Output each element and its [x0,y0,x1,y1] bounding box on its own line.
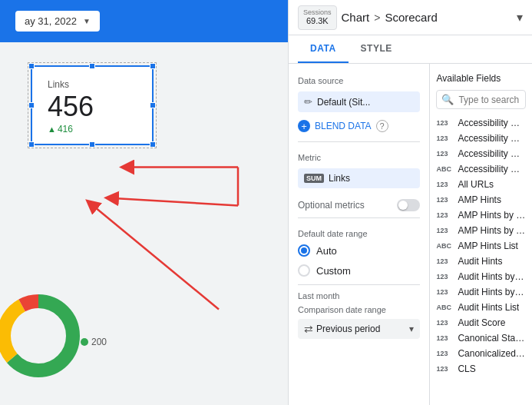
field-item[interactable]: 123Accessibility Hints [436,115,526,131]
comparison-chevron-icon: ▾ [409,324,414,334]
field-name: AMP Hints by Type [458,225,526,236]
breadcrumb: Sessions 69.3K Chart > Scorecard [298,5,438,30]
chevron-down-icon[interactable]: ▾ [517,10,523,25]
available-fields-panel: Available Fields 🔍 123Accessibility Hint… [430,64,532,405]
field-item[interactable]: 123Canonical Status [436,330,526,346]
date-range-section: Default date range Auto Custom [298,229,420,277]
data-source-label: Data source [298,76,420,85]
resize-handle-tm[interactable] [89,63,95,69]
resize-handle-bl[interactable] [28,141,35,148]
sessions-badge: Sessions 69.3K [298,5,337,30]
scorecard-widget[interactable]: Links 456 ▲ 416 [31,65,154,145]
optional-metrics-label: Optional metrics [298,200,365,211]
field-item[interactable]: 123Audit Score [436,315,526,330]
date-range-label: Default date range [298,229,420,238]
radio-auto[interactable]: Auto [298,244,420,257]
metric-label: Metric [298,153,420,162]
date-dropdown[interactable]: ay 31, 2022 ▼ [15,11,100,32]
breadcrumb-separator: > [374,12,380,24]
field-name: Accessibility Hints by ... [458,148,526,159]
metric-chip[interactable]: SUM Links [298,168,420,188]
comparison-sub-label: Comparison date range [298,305,420,314]
toggle-knob [398,201,408,210]
resize-handle-bm[interactable] [89,141,95,148]
metric-type: SUM [304,174,324,183]
field-item[interactable]: ABCAMP Hints List [436,238,526,254]
field-name: Canonicalized Sitema... [458,348,526,359]
field-item[interactable]: 123AMP Hints [436,192,526,207]
optional-metrics-row: Optional metrics [298,199,420,211]
widget-value: 456 [48,93,137,121]
resize-handle-br[interactable] [150,141,156,148]
data-source-item[interactable]: ✏ Default (Sit... [298,91,420,112]
help-icon[interactable]: ? [376,120,388,132]
field-name: Audit Hints by Import... [458,271,526,282]
field-item[interactable]: 123Accessibility Hints by ... [436,146,526,161]
svg-line-8 [88,202,219,310]
field-item[interactable]: 123Canonicalized Sitema... [436,346,526,361]
donut-chart [0,290,84,382]
field-item[interactable]: 123All URLs [436,177,526,192]
field-name: Accessibility Hints by ... [458,133,526,144]
field-item[interactable]: 123AMP Hints by Importa... [436,207,526,223]
field-type: 123 [436,227,453,234]
resize-handle-ml[interactable] [28,102,35,108]
radio-auto-dot [301,247,307,254]
config-panel: Data source ✏ Default (Sit... + BLEND DA… [289,64,430,405]
scorecard-label: Scorecard [385,11,437,24]
field-item[interactable]: 123Audit Hints by Type [436,284,526,300]
up-arrow-icon: ▲ [48,124,56,134]
field-name: Canonical Status [458,333,526,344]
field-type: 123 [436,319,453,327]
radio-custom-circle [298,264,310,277]
field-type: 123 [436,119,453,127]
comparison-select[interactable]: ⇄ Previous period ▾ [298,319,420,339]
field-type: 123 [436,273,453,281]
field-type: ABC [436,242,453,250]
tab-data[interactable]: DATA [298,35,349,63]
tab-style[interactable]: STYLE [349,35,405,63]
comparison-value: 416 [58,124,73,134]
field-type: 123 [436,196,453,204]
field-name: Accessibility Hints [458,118,526,128]
available-fields-title: Available Fields [436,73,526,84]
field-name: Accessibility Hints List [458,164,526,174]
search-icon: 🔍 [441,94,454,105]
field-name: Audit Score [458,317,505,328]
field-item[interactable]: 123CLS [436,361,526,377]
field-item[interactable]: 123Accessibility Hints by ... [436,131,526,146]
blend-data-button[interactable]: + BLEND DATA ? [298,117,420,135]
resize-handle-mr[interactable] [150,102,156,108]
field-type: ABC [436,304,453,311]
field-name: AMP Hints List [458,241,517,251]
panel-body: Data source ✏ Default (Sit... + BLEND DA… [289,64,532,405]
search-input[interactable] [458,95,520,105]
field-type: 123 [436,150,453,158]
radio-auto-label: Auto [316,245,337,257]
field-item[interactable]: 123AMP Hints by Type [436,223,526,238]
field-type: 123 [436,288,453,296]
field-name: Audit Hints List [458,302,519,313]
field-item[interactable]: ABCAccessibility Hints List [436,161,526,177]
resize-handle-tl[interactable] [28,63,35,69]
data-source-name: Default (Sit... [317,97,414,108]
right-panel: Sessions 69.3K Chart > Scorecard ▾ DATA … [288,0,532,405]
canvas-area: Links 456 ▲ 416 200 [0,42,288,405]
radio-custom-label: Custom [316,265,351,277]
optional-metrics-toggle[interactable] [397,199,420,211]
sessions-value: 69.3K [303,16,332,26]
radio-custom[interactable]: Custom [298,264,420,277]
field-type: 123 [436,181,453,188]
field-item[interactable]: 123Audit Hints [436,254,526,269]
comparison-section: Last month Comparison date range ⇄ Previ… [298,291,420,339]
field-type: 123 [436,334,453,342]
field-name: Audit Hints by Type [458,287,526,297]
field-type: 123 [436,134,453,142]
search-field[interactable]: 🔍 [436,90,526,109]
blend-plus-icon: + [298,120,310,132]
resize-handle-tr[interactable] [150,63,156,69]
field-item[interactable]: ABCAudit Hints List [436,300,526,315]
field-item[interactable]: 123Audit Hints by Import... [436,269,526,284]
radio-auto-circle [298,244,310,257]
field-name: AMP Hints [458,194,501,205]
